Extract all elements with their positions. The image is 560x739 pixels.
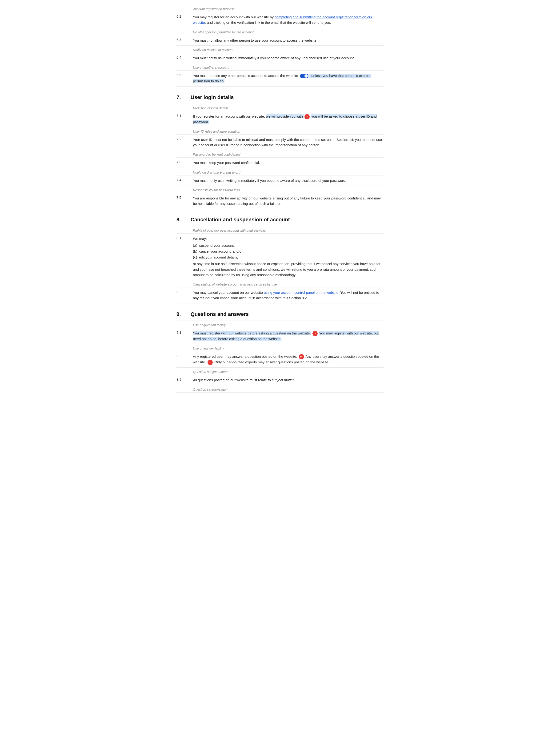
text-9.2: Any registered user may answer a questio… (193, 354, 384, 365)
page-content: Account registration process 6.2 You may… (169, 0, 391, 402)
toggle-track (300, 73, 308, 78)
subsection-6.4: Notify on misuse of account 6.4 You must… (176, 46, 384, 63)
section-8-number: 8. (176, 216, 190, 223)
list-8.1: (a) suspend your account; (b) cancel you… (193, 243, 384, 260)
text-9.1: You must register with our website befor… (193, 330, 384, 341)
subsection-8.1: Rights of operator over account with pai… (176, 226, 384, 280)
num-8.2: 8.2 (176, 290, 193, 294)
subsection-9.1: Use of question facility 9.1 You must re… (176, 321, 384, 344)
label-7.2: User ID rules and impersonation (176, 127, 384, 135)
num-7.5: 7.5 (176, 195, 193, 199)
num-6.5: 6.5 (176, 73, 193, 77)
section-9-number: 9. (176, 311, 190, 317)
label-9.3b: Question categorisation (176, 385, 384, 393)
text-7.4: You must notify us in writing immediatel… (193, 178, 384, 183)
subsection-7.1: Provision of login details 7.1 If you re… (176, 104, 384, 127)
toggle-thumb (304, 74, 308, 78)
text-8.2: You may cancel your account on our websi… (193, 290, 384, 301)
text-7.3: You must keep your password confidential… (193, 160, 384, 165)
num-6.4: 6.4 (176, 55, 193, 59)
section-8-title: Cancellation and suspension of account (190, 216, 290, 223)
text-6.2: You may register for an account with our… (193, 14, 384, 25)
subsection-7.3: Password to be kept confidential 7.3 You… (176, 150, 384, 168)
text-7.2: Your user ID must not be liable to misle… (193, 137, 384, 148)
or-badge-9.2a: or (299, 354, 304, 359)
text-7.1: If you register for an account with our … (193, 114, 384, 125)
label-6.5: Use of another's account (176, 63, 384, 70)
italic-subject-matter: subject matter (272, 378, 294, 382)
label-7.5: Responsibility for password loss (176, 186, 384, 193)
subsection-9.2: Use of answer facility 9.2 Any registere… (176, 344, 384, 367)
subsection-9.3b: Question categorisation (176, 385, 384, 393)
section-7-number: 7. (176, 94, 190, 101)
subsection-7.4: Notify on disclosure of password 7.4 You… (176, 168, 384, 186)
num-7.3: 7.3 (176, 160, 193, 164)
label-9.1: Use of question facility (176, 321, 384, 328)
highlight-7.1a: we will provide you with (266, 114, 304, 118)
text-8.1: We may: (a) suspend your account; (b) ca… (193, 236, 384, 278)
num-6.2: 6.2 (176, 14, 193, 18)
subsection-7.5: Responsibility for password loss 7.5 You… (176, 186, 384, 209)
text-6.4: You must notify us in writing immediatel… (193, 55, 384, 61)
or-badge-9.1: or (312, 331, 318, 336)
link-8.2[interactable]: using your account control panel on the … (264, 290, 338, 294)
label-6.3: No other person permitted to use account (176, 28, 384, 35)
list-item-8.1c: (c) edit your account details, (193, 254, 384, 260)
num-8.1: 8.1 (176, 236, 193, 240)
list-item-8.1b: (b) cancel your account; and/or (193, 248, 384, 254)
label-7.4: Notify on disclosure of password (176, 168, 384, 175)
label-9.2: Use of answer facility (176, 344, 384, 351)
section-7-header: 7. User login details (176, 91, 384, 104)
text-6.5: You must not use any other person's acco… (193, 73, 384, 84)
highlight-9.1a: You must register with our website befor… (193, 331, 311, 335)
num-6.3: 6.3 (176, 38, 193, 42)
label-9.3: Question subject matter (176, 367, 384, 375)
section-8-header: 8. Cancellation and suspension of accoun… (176, 213, 384, 226)
subsection-6.2: Account registration process 6.2 You may… (176, 5, 384, 28)
subsection-6.3: No other person permitted to use account… (176, 28, 384, 46)
text-9.3: All questions posted on our website must… (193, 377, 384, 383)
highlight-6.5: , unless you have that person's express … (193, 73, 371, 83)
num-9.1: 9.1 (176, 330, 193, 334)
text-6.3: You must not allow any other person to u… (193, 38, 384, 43)
link-6.2[interactable]: completing and submitting the account re… (193, 15, 372, 24)
section-7-title: User login details (190, 94, 234, 101)
label-6.4: Notify on misuse of account (176, 46, 384, 53)
or-badge-7.1: or (304, 114, 310, 119)
num-7.1: 7.1 (176, 114, 193, 118)
toggle-6.5[interactable] (300, 73, 308, 78)
num-7.2: 7.2 (176, 137, 193, 141)
label-8.1: Rights of operator over account with pai… (176, 226, 384, 234)
subsection-7.2: User ID rules and impersonation 7.2 Your… (176, 127, 384, 151)
subsection-9.3: Question subject matter 9.3 All question… (176, 367, 384, 385)
section-9-header: 9. Questions and answers (176, 308, 384, 321)
num-7.4: 7.4 (176, 178, 193, 182)
text-7.5: You are responsible for any activity on … (193, 195, 384, 206)
subsection-6.5: Use of another's account 6.5 You must no… (176, 63, 384, 87)
label-6.2: Account registration process (176, 5, 384, 12)
or-badge-9.2b: or (207, 360, 213, 365)
list-item-8.1a: (a) suspend your account; (193, 243, 384, 248)
subsection-8.2: Cancellation of website account with pai… (176, 280, 384, 303)
label-7.3: Password to be kept confidential (176, 150, 384, 158)
label-7.1: Provision of login details (176, 104, 384, 111)
num-9.2: 9.2 (176, 354, 193, 358)
label-8.2: Cancellation of website account with pai… (176, 280, 384, 287)
num-9.3: 9.3 (176, 377, 193, 381)
section-9-title: Questions and answers (190, 311, 249, 317)
